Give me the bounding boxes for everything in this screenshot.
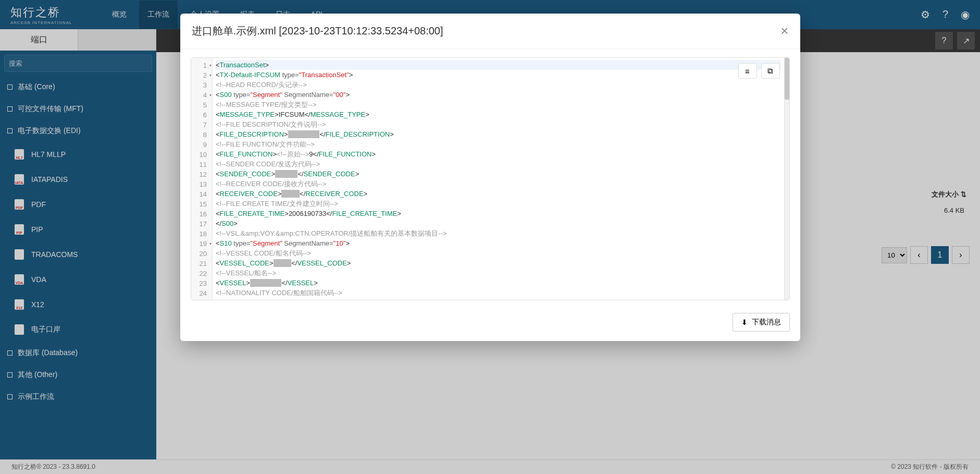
code-line[interactable]: <S00 type="Segment" SegmentName="00"> bbox=[216, 90, 781, 100]
download-button[interactable]: ⬇ 下载消息 bbox=[733, 313, 790, 332]
line-number[interactable]: 2 bbox=[191, 70, 212, 80]
code-line[interactable]: <VESSEL_CODE>XXXX</VESSEL_CODE> bbox=[216, 258, 781, 268]
copy-icon[interactable]: ⧉ bbox=[761, 63, 780, 79]
download-icon: ⬇ bbox=[741, 318, 748, 326]
code-line[interactable]: <MESSAGE_TYPE>IFCSUM</MESSAGE_TYPE> bbox=[216, 110, 781, 119]
line-number[interactable]: 4 bbox=[191, 90, 212, 100]
line-number[interactable]: 19 bbox=[191, 238, 212, 248]
code-line[interactable]: <VESSEL>XXXXXXX</VESSEL> bbox=[216, 278, 781, 288]
modal-dialog: 进口舱单.示例.xml [2023-10-23T10:12:33.5234+08… bbox=[180, 14, 800, 341]
code-line[interactable]: <!--VESSEL CODE/船名代码--> bbox=[216, 248, 781, 258]
code-line[interactable]: <!--VESSEL/船名--> bbox=[216, 268, 781, 278]
line-number[interactable]: 1 bbox=[191, 60, 212, 70]
line-number[interactable]: 7 bbox=[191, 119, 212, 129]
line-number[interactable]: 8 bbox=[191, 129, 212, 139]
line-number[interactable]: 14 bbox=[191, 189, 212, 199]
line-number[interactable]: 16 bbox=[191, 209, 212, 218]
modal-overlay[interactable]: 进口舱单.示例.xml [2023-10-23T10:12:33.5234+08… bbox=[0, 0, 980, 474]
code-line[interactable]: <TX-Default-IFCSUM type="TransactionSet"… bbox=[216, 70, 781, 80]
close-icon[interactable]: × bbox=[780, 23, 788, 39]
line-number[interactable]: 24 bbox=[191, 288, 212, 298]
code-line[interactable]: </S00> bbox=[216, 218, 781, 228]
line-number[interactable]: 22 bbox=[191, 268, 212, 278]
code-line[interactable]: <!--HEAD RECORD/头记录--> bbox=[216, 80, 781, 90]
code-line[interactable]: <!--FILE FUNCTION/文件功能--> bbox=[216, 139, 781, 149]
line-number[interactable]: 9 bbox=[191, 139, 212, 149]
code-line[interactable]: <!--VSL.&amp;VOY.&amp;CTN.OPERATOR/描述船舶有… bbox=[216, 228, 781, 238]
code-line[interactable]: <!--SENDER CODE/发送方代码--> bbox=[216, 159, 781, 169]
code-viewer: 123456789101112131415161718192021222324 … bbox=[191, 57, 790, 300]
line-number[interactable]: 17 bbox=[191, 218, 212, 228]
line-number[interactable]: 23 bbox=[191, 278, 212, 288]
code-line[interactable]: <FILE_CREATE_TIME>2006190733</FILE_CREAT… bbox=[216, 209, 781, 218]
code-line[interactable]: <!--MESSAGE TYPE/报文类型--> bbox=[216, 100, 781, 110]
line-number[interactable]: 15 bbox=[191, 199, 212, 209]
line-number[interactable]: 11 bbox=[191, 159, 212, 169]
line-number[interactable]: 5 bbox=[191, 100, 212, 110]
code-line[interactable]: <FILE_FUNCTION><!--原始-->9</FILE_FUNCTION… bbox=[216, 149, 781, 159]
line-number[interactable]: 20 bbox=[191, 248, 212, 258]
line-number[interactable]: 10 bbox=[191, 149, 212, 159]
code-line[interactable]: <SENDER_CODE>XXXXX</SENDER_CODE> bbox=[216, 169, 781, 179]
line-gutter: 123456789101112131415161718192021222324 bbox=[191, 58, 213, 300]
code-line[interactable]: <!--FILE CREATE TIME/文件建立时间--> bbox=[216, 199, 781, 209]
line-number[interactable]: 18 bbox=[191, 228, 212, 238]
code-line[interactable]: <!--FILE DESCRIPTION/文件说明--> bbox=[216, 119, 781, 129]
modal-title: 进口舱单.示例.xml [2023-10-23T10:12:33.5234+08… bbox=[192, 24, 443, 38]
code-line[interactable]: <!--RECEIVER CODE/接收方代码--> bbox=[216, 179, 781, 189]
line-number[interactable]: 3 bbox=[191, 80, 212, 90]
line-number[interactable]: 13 bbox=[191, 179, 212, 189]
code-line[interactable]: <TransactionSet> bbox=[216, 60, 781, 70]
menu-icon[interactable]: ≡ bbox=[738, 63, 757, 79]
line-number[interactable]: 6 bbox=[191, 110, 212, 119]
code-body[interactable]: <TransactionSet><TX-Default-IFCSUM type=… bbox=[213, 58, 784, 300]
line-number[interactable]: 12 bbox=[191, 169, 212, 179]
code-line[interactable]: <!--NATIONALITY CODE/船舶国籍代码--> bbox=[216, 288, 781, 298]
code-line[interactable]: <RECEIVER_CODE>XXXX</RECEIVER_CODE> bbox=[216, 189, 781, 199]
code-line[interactable]: <FILE_DESCRIPTION>XXXXXXX</FILE_DESCRIPT… bbox=[216, 129, 781, 139]
code-line[interactable]: <S10 type="Segment" SegmentName="10"> bbox=[216, 238, 781, 248]
scrollbar[interactable] bbox=[784, 58, 789, 300]
line-number[interactable]: 21 bbox=[191, 258, 212, 268]
